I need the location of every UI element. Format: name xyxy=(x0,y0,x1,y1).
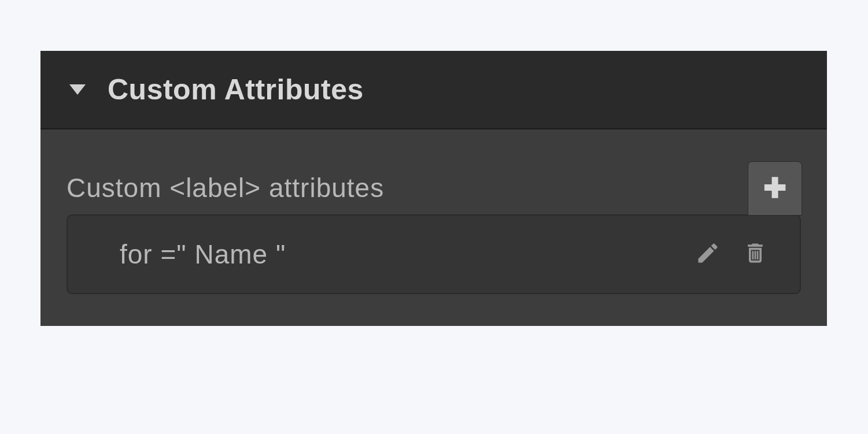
body-header: Custom <label> attributes ✚ xyxy=(67,161,801,214)
body-label: Custom <label> attributes xyxy=(67,172,384,203)
caret-down-icon xyxy=(69,84,86,95)
svg-rect-1 xyxy=(755,251,756,259)
attribute-row: for =" Name " xyxy=(67,214,801,294)
pencil-icon[interactable] xyxy=(695,240,721,268)
attribute-actions xyxy=(695,240,768,268)
custom-attributes-panel: Custom Attributes Custom <label> attribu… xyxy=(40,51,827,326)
svg-rect-0 xyxy=(752,251,754,259)
panel-body: Custom <label> attributes ✚ for =" Name … xyxy=(40,129,827,326)
plus-icon: ✚ xyxy=(763,175,786,202)
panel-header[interactable]: Custom Attributes xyxy=(40,51,827,129)
add-attribute-button[interactable]: ✚ xyxy=(748,161,802,216)
panel-title: Custom Attributes xyxy=(108,73,364,106)
svg-rect-2 xyxy=(757,251,759,259)
trash-icon[interactable] xyxy=(743,240,768,268)
attribute-text: for =" Name " xyxy=(120,239,286,270)
